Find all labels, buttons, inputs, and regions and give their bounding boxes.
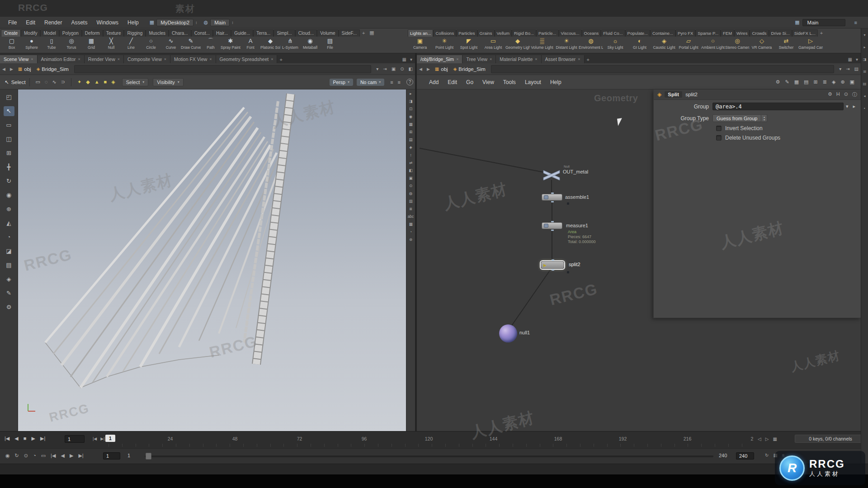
pane-tab[interactable]: Animation Editor × xyxy=(38,55,85,63)
shelf-tab[interactable]: Modify xyxy=(21,29,40,37)
shelf-tool[interactable]: ╳ Null xyxy=(101,37,121,53)
shelf-tab[interactable]: Simpl... xyxy=(274,29,295,37)
shelf-tab[interactable]: Drive Si... xyxy=(769,29,792,37)
shelf-tab[interactable]: FEM xyxy=(721,29,734,37)
new-pane-tab-button[interactable]: + xyxy=(277,56,284,63)
viewport-display-icon[interactable]: ◨ xyxy=(409,99,412,103)
viewport-display-icon[interactable]: ≣ xyxy=(409,206,412,211)
network-toolbar-icon[interactable]: ✎ xyxy=(785,79,789,85)
shelf-tab[interactable]: Texture xyxy=(103,29,124,37)
shelf-tab[interactable]: Fluid Co... xyxy=(601,29,625,37)
playbar-icon[interactable]: |◀ xyxy=(51,453,56,459)
close-icon[interactable]: × xyxy=(271,57,273,61)
frame-nudge-button[interactable]: ▶| xyxy=(100,436,104,441)
network-toolbar-icon[interactable]: ▦ xyxy=(794,79,799,85)
shelf-tab[interactable]: Pyro FX xyxy=(675,29,695,37)
close-icon[interactable]: × xyxy=(456,57,458,61)
timeline-option-icon[interactable]: ▦ xyxy=(773,436,777,441)
viewport-display-icon[interactable]: ⊚ xyxy=(409,237,412,242)
network-toolbar-icon[interactable]: ▣ xyxy=(850,79,854,85)
viewport-display-icon[interactable]: ▦ xyxy=(409,222,412,226)
shelf-tab[interactable]: Chara... xyxy=(169,29,191,37)
frame-slider-track[interactable] xyxy=(145,455,713,457)
component-type-icon[interactable]: ✦ xyxy=(75,79,84,85)
node-measure1[interactable] xyxy=(542,222,562,229)
shelf-tab[interactable]: Grains xyxy=(477,29,495,37)
close-icon[interactable]: × xyxy=(535,57,537,61)
node-split2[interactable]: ▶ xyxy=(541,261,564,269)
playbar-icon[interactable]: ⊙ xyxy=(24,453,28,459)
input-connector[interactable] xyxy=(552,259,554,261)
shelf-tool[interactable]: ▣ Camera xyxy=(408,37,432,53)
menu-item[interactable]: File xyxy=(4,18,21,27)
shelf-tool[interactable]: ▱ Portal Light xyxy=(676,37,701,53)
playbar-icon[interactable]: ▶| xyxy=(78,453,83,459)
menu-item[interactable]: Help xyxy=(123,18,143,27)
shelf-tab[interactable]: Create xyxy=(1,29,21,37)
playbar-icon[interactable]: ◉ xyxy=(5,453,10,459)
shelf-tool[interactable]: ◆ Geometry Light xyxy=(505,37,530,53)
node-null1[interactable] xyxy=(499,324,517,343)
input-connector[interactable] xyxy=(551,221,554,222)
network-toolbar-icon[interactable]: ⊕ xyxy=(840,79,844,85)
radial-menu-selector[interactable]: Main xyxy=(210,19,230,26)
shelf-tab[interactable]: Crowds xyxy=(750,29,769,37)
network-menu-item[interactable]: Edit xyxy=(443,78,461,87)
node-out-metal[interactable] xyxy=(542,169,561,180)
component-type-icon[interactable]: ▲ xyxy=(92,79,102,85)
viewport-tool-icon[interactable]: ◪ xyxy=(4,246,14,256)
playbar-icon[interactable]: ◀ xyxy=(61,453,64,459)
shelf-tab[interactable]: Muscles xyxy=(146,29,169,37)
viewport-tool-icon[interactable]: ⚙ xyxy=(4,302,14,312)
pane-tab[interactable]: /obj/Bridge_Sim × xyxy=(417,55,462,63)
shelf-tool[interactable]: ☼ Sky Light xyxy=(603,37,627,53)
network-toolbar-icon[interactable]: ⊞ xyxy=(813,79,817,85)
output-connector[interactable] xyxy=(552,269,554,271)
shelf-tab[interactable]: Wires xyxy=(734,29,750,37)
shelf-tool[interactable]: ◍ Environment Light xyxy=(579,37,603,53)
network-menu-item[interactable]: Tools xyxy=(499,78,520,87)
frame-nudge-button[interactable]: |◀ xyxy=(93,436,97,441)
frame-slider-handle[interactable] xyxy=(146,453,151,460)
shelf-tab[interactable]: Rigid Bo... xyxy=(512,29,536,37)
playbar-option-icon[interactable]: ↻ xyxy=(765,453,769,458)
close-icon[interactable]: × xyxy=(209,57,212,61)
shelf-tab[interactable]: Rigging xyxy=(124,29,146,37)
pane-tab[interactable]: Geometry Spreadsheet × xyxy=(216,55,278,63)
viewport-display-icon[interactable]: ◉ xyxy=(409,114,412,119)
frame-ruler[interactable]: 244872961201441681922162 xyxy=(108,432,755,449)
shelf-tool[interactable]: ○ Ambient Light xyxy=(701,37,725,53)
path-input[interactable] xyxy=(74,65,371,73)
shelf-tool[interactable]: ◐ GI Light xyxy=(627,37,652,53)
shelf-tool[interactable]: ✱ Spray Paint xyxy=(221,37,241,53)
edge-strip-icon[interactable]: ▤ xyxy=(863,82,867,86)
shelf-tab[interactable]: Populate... xyxy=(625,29,650,37)
menu-item[interactable]: Edit xyxy=(21,18,40,27)
playbar-icon[interactable]: ↻ xyxy=(15,453,19,459)
shelf-tab[interactable]: Terra... xyxy=(253,29,274,37)
shelf-tab[interactable]: Sparse P... xyxy=(695,29,721,37)
network-menu-item[interactable]: Add xyxy=(425,78,443,87)
shelf-tab[interactable]: Viscous... xyxy=(559,29,582,37)
shelf-tab[interactable]: Lights an... xyxy=(408,29,433,37)
shelf-tool[interactable]: ◤ Spot Light xyxy=(457,37,481,53)
group-input[interactable]: @area>.4 xyxy=(712,103,844,110)
template-flag-icon[interactable]: ▶ xyxy=(543,263,547,267)
pathbar-icon[interactable]: ⊙ xyxy=(398,66,406,71)
parameter-header-icon[interactable]: ⓘ xyxy=(852,91,857,98)
pathbar-icon[interactable]: ▤ xyxy=(852,66,861,71)
transport-button[interactable]: ◀ xyxy=(14,436,18,441)
parameter-header-icon[interactable]: ⚙ xyxy=(828,91,832,98)
component-type-icon[interactable]: ◆ xyxy=(84,79,92,85)
network-toolbar-icon[interactable]: ◈ xyxy=(832,79,835,85)
timeline-option-icon[interactable]: ◁ xyxy=(758,436,761,441)
selection-style-icon[interactable]: ▭ xyxy=(33,79,42,85)
network-toolbar-icon[interactable]: ⚙ xyxy=(776,79,780,85)
forward-button[interactable]: ▶ xyxy=(425,67,432,71)
shelf-tab[interactable]: Containe... xyxy=(650,29,675,37)
shelf-tab[interactable]: Hair... xyxy=(213,29,231,37)
transport-button[interactable]: ■ xyxy=(24,436,27,441)
viewport-display-icon[interactable]: ◔ xyxy=(410,230,412,234)
close-icon[interactable]: × xyxy=(118,57,120,61)
shelf-tool[interactable]: ○ Circle xyxy=(141,37,161,53)
